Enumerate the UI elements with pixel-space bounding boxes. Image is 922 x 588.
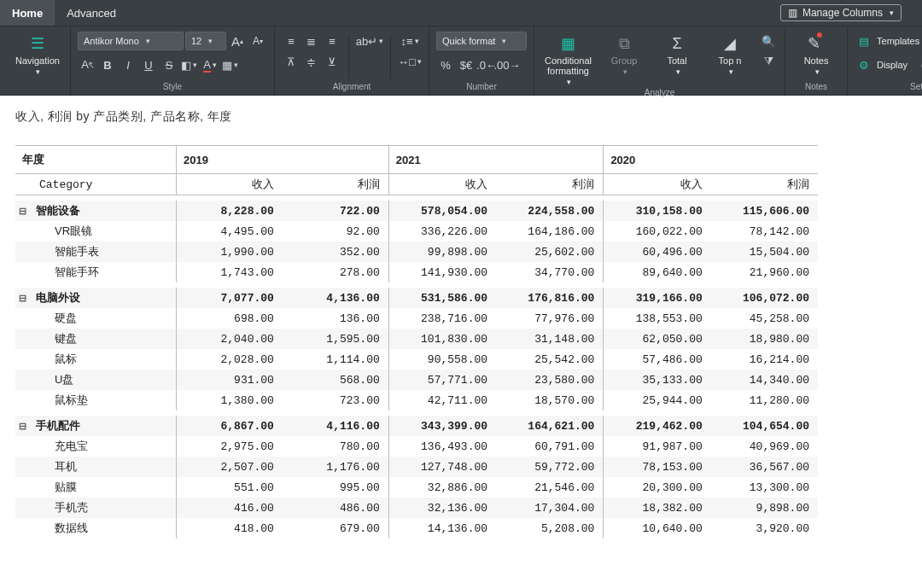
- align-center-icon[interactable]: ≣: [302, 32, 321, 50]
- cell[interactable]: 57,486.00: [604, 349, 711, 370]
- cell[interactable]: 310,158.00: [604, 201, 711, 221]
- collapse-icon[interactable]: ⊟: [19, 421, 31, 432]
- table-row[interactable]: 充电宝2,975.00780.00136,493.0060,791.0091,9…: [15, 436, 818, 457]
- col-measure[interactable]: 收入: [604, 174, 711, 195]
- col-year[interactable]: 2020: [604, 146, 818, 174]
- cell[interactable]: 1,595.00: [283, 329, 388, 349]
- cell[interactable]: 995.00: [283, 477, 388, 498]
- cell[interactable]: 25,944.00: [604, 390, 711, 410]
- cell[interactable]: 14,340.00: [711, 370, 818, 390]
- cell[interactable]: 99,898.00: [388, 242, 496, 262]
- table-row[interactable]: VR眼镜4,495.0092.00336,226.00164,186.00160…: [15, 221, 818, 242]
- cell[interactable]: 7,077.00: [177, 288, 283, 308]
- col-year[interactable]: 2021: [388, 146, 604, 174]
- cell[interactable]: 136.00: [283, 308, 388, 329]
- filter-icon[interactable]: ⧩: [759, 52, 778, 71]
- valign-bottom-icon[interactable]: ⊻: [323, 52, 341, 71]
- cell[interactable]: 352.00: [283, 242, 388, 262]
- col-measure[interactable]: 利润: [283, 174, 388, 195]
- increase-font-icon[interactable]: A▴: [228, 32, 247, 50]
- cell[interactable]: 6,867.00: [177, 416, 283, 436]
- cell[interactable]: 568.00: [283, 370, 388, 390]
- cell[interactable]: 104,654.00: [711, 416, 818, 436]
- cell[interactable]: 2,975.00: [177, 436, 283, 457]
- collapse-icon[interactable]: ⊟: [19, 206, 31, 217]
- cell[interactable]: 34,770.00: [496, 262, 604, 282]
- cell[interactable]: 722.00: [283, 201, 388, 221]
- cell[interactable]: 136,493.00: [388, 436, 496, 457]
- navigation-button[interactable]: ☰ Navigation ▾: [12, 32, 63, 78]
- decrease-font-icon[interactable]: A▾: [248, 32, 267, 50]
- col-width-button[interactable]: ↔□▾: [398, 52, 422, 71]
- cell[interactable]: 4,136.00: [283, 288, 388, 308]
- table-row[interactable]: 智能手表1,990.00352.0099,898.0025,602.0060,4…: [15, 242, 818, 262]
- clear-format-icon[interactable]: Aৎ: [78, 55, 96, 74]
- cell[interactable]: 21,546.00: [496, 477, 604, 498]
- collapse-icon[interactable]: ⊟: [19, 293, 31, 304]
- cell[interactable]: 531,586.00: [388, 288, 496, 308]
- cell[interactable]: 3,920.00: [711, 518, 818, 539]
- table-row[interactable]: 鼠标垫1,380.00723.0042,711.0018,570.0025,94…: [15, 390, 818, 410]
- cell[interactable]: 18,382.00: [604, 498, 711, 518]
- valign-middle-icon[interactable]: ≑: [302, 52, 321, 71]
- cell[interactable]: 17,304.00: [496, 498, 604, 518]
- line-spacing-button[interactable]: ↕≡▾: [398, 32, 422, 50]
- col-measure[interactable]: 收入: [388, 174, 496, 195]
- tab-advanced[interactable]: Advanced: [55, 0, 128, 26]
- cell[interactable]: 106,072.00: [711, 288, 818, 308]
- conditional-formatting-button[interactable]: ▦ Conditional formatting▾: [541, 32, 595, 88]
- bold-button[interactable]: B: [98, 55, 117, 74]
- cell[interactable]: 1,990.00: [177, 242, 283, 262]
- cell[interactable]: 36,567.00: [711, 457, 818, 477]
- percent-button[interactable]: %: [436, 55, 455, 74]
- table-row[interactable]: 智能手环1,743.00278.00141,930.0034,770.0089,…: [15, 262, 818, 282]
- category-row[interactable]: ⊟电脑外设7,077.004,136.00531,586.00176,816.0…: [15, 288, 818, 308]
- cell[interactable]: 1,114.00: [283, 349, 388, 370]
- cell[interactable]: 101,830.00: [388, 329, 496, 349]
- cell[interactable]: 35,133.00: [604, 370, 711, 390]
- notes-button[interactable]: ✎ Notes▾: [792, 32, 840, 78]
- manage-columns-button[interactable]: ▥ Manage Columns ▾: [780, 4, 902, 21]
- align-right-icon[interactable]: ≡: [323, 32, 341, 50]
- font-family-select[interactable]: Antikor Mono▾: [78, 32, 184, 50]
- cell[interactable]: 32,886.00: [388, 477, 496, 498]
- cell[interactable]: 9,898.00: [711, 498, 818, 518]
- cell[interactable]: 219,462.00: [604, 416, 711, 436]
- cell[interactable]: 723.00: [283, 390, 388, 410]
- templates-button[interactable]: ▤ Templates: [855, 32, 919, 50]
- cell[interactable]: 31,148.00: [496, 329, 604, 349]
- search-icon[interactable]: 🔍: [759, 32, 778, 50]
- col-measure[interactable]: 利润: [496, 174, 604, 195]
- table-row[interactable]: 硬盘698.00136.00238,716.0077,976.00138,553…: [15, 308, 818, 329]
- cell[interactable]: 45,258.00: [711, 308, 818, 329]
- table-row[interactable]: 贴膜551.00995.0032,886.0021,546.0020,300.0…: [15, 477, 818, 498]
- cell[interactable]: 931.00: [177, 370, 283, 390]
- table-row[interactable]: 耳机2,507.001,176.00127,748.0059,772.0078,…: [15, 457, 818, 477]
- cell[interactable]: 59,772.00: [496, 457, 604, 477]
- cell[interactable]: 14,136.00: [388, 518, 496, 539]
- cell[interactable]: 1,176.00: [283, 457, 388, 477]
- italic-button[interactable]: I: [119, 55, 137, 74]
- cell[interactable]: 780.00: [283, 436, 388, 457]
- cell[interactable]: 78,142.00: [711, 221, 818, 242]
- cell[interactable]: 18,570.00: [496, 390, 604, 410]
- cell[interactable]: 32,136.00: [388, 498, 496, 518]
- cell[interactable]: 578,054.00: [388, 201, 496, 221]
- fill-color-button[interactable]: ◧▾: [180, 55, 199, 74]
- cell[interactable]: 60,791.00: [496, 436, 604, 457]
- col-measure[interactable]: 收入: [177, 174, 283, 195]
- cell[interactable]: 89,640.00: [604, 262, 711, 282]
- category-row[interactable]: ⊟智能设备8,228.00722.00578,054.00224,558.003…: [15, 201, 818, 221]
- tab-home[interactable]: Home: [0, 0, 55, 26]
- cell[interactable]: 2,040.00: [177, 329, 283, 349]
- category-row[interactable]: ⊟手机配件6,867.004,116.00343,399.00164,621.0…: [15, 416, 818, 436]
- cell[interactable]: 160,022.00: [604, 221, 711, 242]
- cell[interactable]: 141,930.00: [388, 262, 496, 282]
- borders-button[interactable]: ▦▾: [221, 55, 240, 74]
- cell[interactable]: 18,980.00: [711, 329, 818, 349]
- total-button[interactable]: Σ Total▾: [653, 32, 701, 78]
- cell[interactable]: 10,640.00: [604, 518, 711, 539]
- cell[interactable]: 4,116.00: [283, 416, 388, 436]
- top-n-button[interactable]: ◢ Top n▾: [706, 32, 754, 78]
- cell[interactable]: 16,214.00: [711, 349, 818, 370]
